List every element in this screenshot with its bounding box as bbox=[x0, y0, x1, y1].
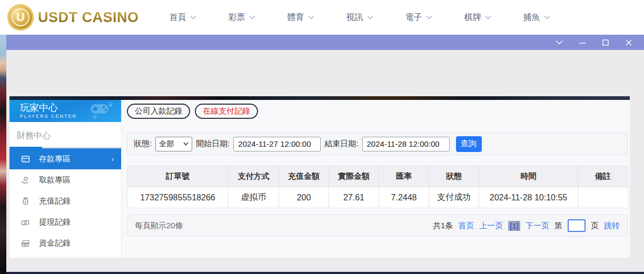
chevron-down-icon bbox=[367, 15, 373, 19]
panel-top-image-band bbox=[9, 96, 630, 100]
first-page-link[interactable]: 首页 bbox=[458, 221, 474, 231]
table-row: 1732759855518266 虚拟币 200 27.61 7.2448 支付… bbox=[127, 187, 628, 208]
sidebar-item-recharge-record[interactable]: 充值記錄 bbox=[9, 190, 121, 211]
current-page-indicator[interactable]: [1] bbox=[508, 221, 520, 231]
sidebar-item-label: 資金記錄 bbox=[39, 238, 71, 248]
nav-item-sports[interactable]: 體育 bbox=[288, 12, 314, 23]
end-date-label: 結束日期: bbox=[324, 139, 358, 149]
sidebar-item-label: 提現記錄 bbox=[39, 217, 71, 227]
start-date-label: 開始日期: bbox=[196, 139, 230, 149]
col-time: 時間 bbox=[479, 166, 578, 187]
window-close-icon[interactable] bbox=[625, 39, 632, 46]
sidebar-section-title: 財務中心 bbox=[9, 122, 121, 147]
total-count-text: 共1条 bbox=[433, 221, 453, 231]
logo-coin-icon: U bbox=[7, 4, 34, 31]
pager: 共1条 首页 上一页 [1] 下一页 第 页 跳转 bbox=[433, 219, 620, 232]
sidebar-item-label: 存款專區 bbox=[39, 154, 71, 164]
col-recharge-amount: 充值金額 bbox=[279, 166, 329, 187]
jump-action-link[interactable]: 跳转 bbox=[604, 221, 620, 231]
end-date-input[interactable] bbox=[362, 137, 450, 151]
cell-payment-method: 虚拟币 bbox=[229, 187, 279, 208]
chevron-down-icon bbox=[426, 15, 432, 19]
status-label: 狀態: bbox=[134, 139, 152, 149]
brand-logo[interactable]: U USDT CASINO bbox=[7, 4, 139, 31]
cell-order-number: 1732759855518266 bbox=[127, 187, 229, 208]
next-page-link[interactable]: 下一页 bbox=[526, 221, 549, 231]
cell-time: 2024-11-28 10:10:55 bbox=[479, 187, 578, 208]
sidebar-item-withdraw-zone[interactable]: 取款專區 bbox=[9, 169, 121, 190]
logo-letter: U bbox=[12, 8, 29, 26]
cell-recharge-amount: 200 bbox=[279, 187, 329, 208]
brand-name: USDT CASINO bbox=[38, 9, 139, 26]
main-nav: 首頁 彩票 體育 視訊 電子 棋牌 捕魚 bbox=[170, 12, 550, 23]
window-titlebar bbox=[6, 35, 644, 50]
site-header: U USDT CASINO 首頁 彩票 體育 視訊 電子 棋牌 捕魚 bbox=[0, 0, 644, 35]
content-area: 公司入款記錄 在線支付記錄 狀態: 全部 開始日期: 結束日期: 查詢 bbox=[121, 100, 630, 258]
filter-bar: 狀態: 全部 開始日期: 結束日期: 查詢 bbox=[127, 133, 628, 155]
sidebar-item-label: 取款專區 bbox=[39, 175, 71, 185]
chevron-right-icon: › bbox=[112, 155, 114, 163]
cell-status: 支付成功 bbox=[429, 187, 479, 208]
col-exchange-rate: 匯率 bbox=[379, 166, 429, 187]
search-button[interactable]: 查詢 bbox=[456, 136, 482, 152]
window-controls bbox=[556, 39, 632, 46]
cell-remark bbox=[578, 187, 628, 208]
nav-item-fishing[interactable]: 捕魚 bbox=[523, 12, 550, 23]
col-order-number: 訂單號 bbox=[127, 166, 229, 187]
sidebar-item-withdrawal-record[interactable]: 提現記錄 bbox=[9, 211, 121, 232]
withdraw-hand-icon bbox=[21, 176, 30, 185]
sidebar-item-funds-record[interactable]: 資金記錄 bbox=[9, 232, 121, 253]
sidebar-item-label: 充值記錄 bbox=[39, 196, 71, 206]
tab-online-payment-record[interactable]: 在線支付記錄 bbox=[195, 104, 258, 119]
nav-item-home[interactable]: 首頁 bbox=[170, 12, 196, 23]
page-size-text: 每頁顯示20條 bbox=[135, 221, 183, 231]
window-chevron-icon[interactable] bbox=[556, 39, 563, 46]
banknote-icon bbox=[21, 218, 30, 227]
nav-item-cards[interactable]: 棋牌 bbox=[464, 12, 491, 23]
record-tabs: 公司入款記錄 在線支付記錄 bbox=[127, 104, 258, 119]
deposit-card-icon bbox=[21, 155, 30, 164]
gamepad-icon bbox=[87, 102, 115, 120]
nav-item-slots[interactable]: 電子 bbox=[405, 12, 432, 23]
chevron-down-icon bbox=[544, 15, 550, 19]
table-header-row: 訂單號 支付方式 充值金額 實際金額 匯率 狀態 時間 備註 bbox=[127, 166, 628, 187]
window-bottom-strip bbox=[6, 272, 644, 274]
pagination-bar: 每頁顯示20條 共1条 首页 上一页 [1] 下一页 第 页 跳转 bbox=[127, 215, 628, 237]
nav-item-lottery[interactable]: 彩票 bbox=[229, 12, 255, 23]
player-center-panel: 玩家中心 PLAYERS CENTER 財務中心 存款專區 › bbox=[9, 100, 630, 258]
col-payment-method: 支付方式 bbox=[229, 166, 279, 187]
cell-actual-amount: 27.61 bbox=[329, 187, 379, 208]
chevron-down-icon bbox=[190, 15, 196, 19]
status-select[interactable]: 全部 bbox=[155, 137, 192, 151]
sidebar: 玩家中心 PLAYERS CENTER 財務中心 存款專區 › bbox=[9, 100, 121, 258]
records-table: 訂單號 支付方式 充值金額 實際金額 匯率 狀態 時間 備註 173275985… bbox=[127, 166, 628, 208]
tab-company-deposit-record[interactable]: 公司入款記錄 bbox=[127, 104, 190, 119]
funds-notes-icon bbox=[21, 239, 30, 248]
col-status: 狀態 bbox=[429, 166, 479, 187]
moneybag-icon bbox=[21, 197, 30, 206]
jump-prefix-label: 第 bbox=[554, 221, 562, 231]
sidebar-header: 玩家中心 PLAYERS CENTER bbox=[9, 100, 121, 122]
jump-suffix-label: 页 bbox=[591, 221, 599, 231]
status-select-value: 全部 bbox=[159, 139, 174, 149]
background-photo-strip bbox=[0, 35, 6, 274]
col-actual-amount: 實際金額 bbox=[329, 166, 379, 187]
start-date-input[interactable] bbox=[233, 137, 321, 151]
chevron-down-icon bbox=[183, 142, 189, 146]
cell-exchange-rate: 7.2448 bbox=[379, 187, 429, 208]
chevron-down-icon bbox=[485, 15, 491, 19]
col-remark: 備註 bbox=[578, 166, 628, 187]
sidebar-item-deposit-zone[interactable]: 存款專區 › bbox=[9, 148, 121, 169]
window-maximize-icon[interactable] bbox=[602, 39, 609, 46]
chevron-down-icon bbox=[308, 15, 314, 19]
chevron-down-icon bbox=[249, 15, 255, 19]
nav-item-live[interactable]: 視訊 bbox=[346, 12, 373, 23]
page-jump-input[interactable] bbox=[568, 219, 586, 232]
prev-page-link[interactable]: 上一页 bbox=[479, 221, 503, 231]
window-minimize-icon[interactable] bbox=[579, 39, 586, 46]
